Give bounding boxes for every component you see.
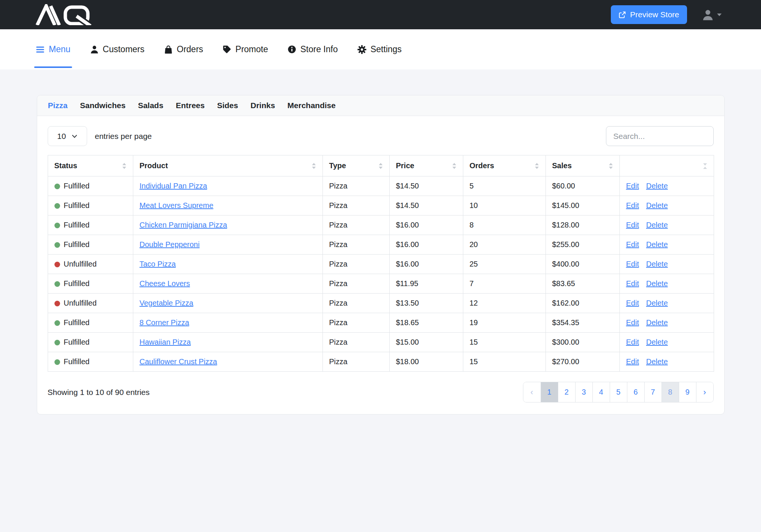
row-action-link[interactable]: Edit: [626, 221, 639, 229]
row-action-link[interactable]: Delete: [646, 182, 668, 190]
price-value: $14.50: [396, 201, 419, 209]
page-button[interactable]: 8: [662, 382, 679, 402]
orders-cell: 15: [463, 352, 546, 372]
product-link[interactable]: Double Pepperoni: [140, 240, 200, 249]
product-link[interactable]: Hawaiian Pizza: [140, 338, 191, 346]
brand-logo: [34, 4, 93, 25]
product-link[interactable]: Individual Pan Pizza: [140, 182, 207, 190]
status-cell: Fulfilled: [48, 313, 133, 333]
tab-salads[interactable]: Salads: [138, 101, 163, 110]
price-value: $14.50: [396, 182, 419, 190]
row-action-link[interactable]: Edit: [626, 357, 639, 366]
row-action-link[interactable]: Delete: [646, 299, 668, 307]
page-button[interactable]: 9: [679, 382, 696, 402]
status-dot-icon: [54, 340, 60, 345]
price-value: $18.00: [396, 357, 419, 366]
column-header-orders[interactable]: Orders: [463, 155, 546, 176]
status-cell: Unfulfilled: [48, 294, 133, 313]
page-button[interactable]: 7: [644, 382, 662, 402]
page-button[interactable]: ‹: [523, 382, 541, 402]
row-action-link[interactable]: Edit: [626, 201, 639, 209]
product-link[interactable]: Chicken Parmigiana Pizza: [140, 221, 227, 229]
status-label: Fulfilled: [64, 279, 90, 288]
product-cell: Chicken Parmigiana Pizza: [133, 216, 322, 235]
nav-item-promote[interactable]: Promote: [223, 29, 268, 69]
sales-value: $83.65: [552, 279, 575, 288]
row-action-link[interactable]: Edit: [626, 299, 639, 307]
column-header-actions[interactable]: [619, 155, 714, 176]
orders-value: 8: [470, 221, 474, 229]
column-header-status[interactable]: Status: [48, 155, 133, 176]
type-label: Pizza: [329, 357, 348, 366]
row-action-link[interactable]: Edit: [626, 318, 639, 327]
actions-cell: EditDelete: [619, 196, 714, 216]
column-header-type[interactable]: Type: [322, 155, 389, 176]
product-link[interactable]: 8 Corner Pizza: [140, 318, 189, 327]
row-action-link[interactable]: Edit: [626, 182, 639, 190]
table-row: Fulfilled Meat Lovers Supreme Pizza $14.…: [48, 196, 714, 216]
sales-value: $128.00: [552, 221, 579, 229]
type-cell: Pizza: [322, 313, 389, 333]
row-action-link[interactable]: Edit: [626, 338, 639, 346]
row-action-link[interactable]: Delete: [646, 318, 668, 327]
row-action-link[interactable]: Edit: [626, 240, 639, 249]
product-link[interactable]: Taco Pizza: [140, 260, 176, 268]
orders-cell: 10: [463, 196, 546, 216]
product-link[interactable]: Meat Lovers Supreme: [140, 201, 214, 209]
product-cell: Cheese Lovers: [133, 274, 322, 294]
row-action-link[interactable]: Edit: [626, 279, 639, 288]
user-menu[interactable]: [702, 9, 722, 21]
price-value: $11.95: [396, 279, 419, 288]
column-header-price[interactable]: Price: [389, 155, 463, 176]
tab-sandwiches[interactable]: Sandwiches: [80, 101, 125, 110]
tab-drinks[interactable]: Drinks: [250, 101, 275, 110]
row-action-link[interactable]: Delete: [646, 240, 668, 249]
page-button[interactable]: 4: [592, 382, 610, 402]
entries-per-page-select[interactable]: 10: [48, 126, 87, 146]
nav-item-settings[interactable]: Settings: [357, 29, 402, 69]
row-action-link[interactable]: Delete: [646, 357, 668, 366]
status-dot-icon: [54, 262, 60, 267]
status-cell: Fulfilled: [48, 216, 133, 235]
status-label: Fulfilled: [64, 221, 90, 229]
type-label: Pizza: [329, 240, 348, 249]
row-action-link[interactable]: Delete: [646, 201, 668, 209]
tab-entrees[interactable]: Entrees: [176, 101, 205, 110]
preview-store-button[interactable]: Preview Store: [611, 5, 687, 24]
tab-merchandise[interactable]: Merchandise: [288, 101, 336, 110]
search-input[interactable]: [606, 126, 714, 146]
row-action-link[interactable]: Delete: [646, 279, 668, 288]
status-dot-icon: [54, 184, 60, 189]
page-button[interactable]: 5: [610, 382, 627, 402]
type-label: Pizza: [329, 318, 348, 327]
page-button[interactable]: 3: [575, 382, 592, 402]
row-action-link[interactable]: Edit: [626, 260, 639, 268]
status-dot-icon: [54, 301, 60, 306]
page-button[interactable]: ›: [696, 382, 713, 402]
nav-item-store-info[interactable]: Store Info: [288, 29, 338, 69]
row-action-link[interactable]: Delete: [646, 338, 668, 346]
page-button[interactable]: 2: [558, 382, 575, 402]
row-action-link[interactable]: Delete: [646, 260, 668, 268]
column-header-product[interactable]: Product: [133, 155, 322, 176]
hamburger-icon: [36, 45, 45, 54]
sales-value: $145.00: [552, 201, 579, 209]
tab-sides[interactable]: Sides: [217, 101, 238, 110]
nav-item-orders[interactable]: Orders: [164, 29, 203, 69]
product-link[interactable]: Cauliflower Crust Pizza: [140, 357, 217, 366]
actions-cell: EditDelete: [619, 255, 714, 274]
sales-cell: $83.65: [546, 274, 619, 294]
product-link[interactable]: Cheese Lovers: [140, 279, 190, 288]
sales-cell: $255.00: [546, 235, 619, 255]
nav-item-customers[interactable]: Customers: [90, 29, 145, 69]
row-action-link[interactable]: Delete: [646, 221, 668, 229]
table-row: Fulfilled Hawaiian Pizza Pizza $15.00 15…: [48, 333, 714, 352]
nav-item-menu[interactable]: Menu: [36, 29, 71, 69]
page-button[interactable]: 1: [541, 382, 558, 402]
tab-pizza[interactable]: Pizza: [48, 101, 68, 110]
page-button[interactable]: 6: [627, 382, 644, 402]
sort-icon: [452, 163, 457, 169]
product-link[interactable]: Vegetable Pizza: [140, 299, 193, 307]
column-header-sales[interactable]: Sales: [546, 155, 619, 176]
nav-item-label: Orders: [177, 44, 203, 54]
